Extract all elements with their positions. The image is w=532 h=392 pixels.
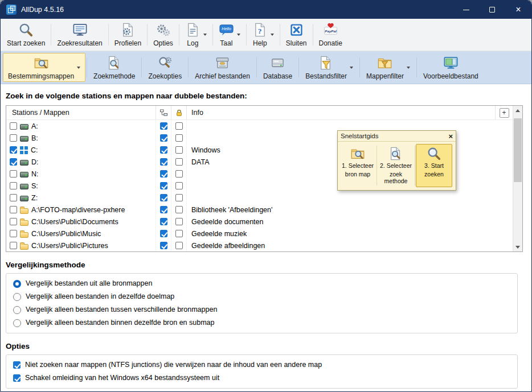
comparison-option[interactable]: Vergelijk alleen bestanden binnen dezelf…: [13, 319, 510, 327]
row-select-checkbox[interactable]: [10, 242, 17, 249]
row-recurse-checkbox[interactable]: [160, 206, 167, 213]
minimize-button[interactable]: [453, 1, 479, 19]
row-recurse-checkbox[interactable]: [160, 122, 167, 130]
row-recurse-checkbox[interactable]: [160, 182, 167, 189]
opties-button[interactable]: Opties: [149, 20, 178, 49]
row-recurse-checkbox[interactable]: [160, 170, 167, 178]
arrow-down-icon: [515, 246, 520, 249]
row-lock-checkbox[interactable]: [175, 170, 183, 178]
row-select-checkbox[interactable]: [10, 230, 17, 237]
column-header-info[interactable]: Info: [187, 106, 496, 119]
column-header-stations[interactable]: Stations / Mappen: [6, 106, 156, 119]
row-select-checkbox[interactable]: [10, 218, 17, 225]
donatie-button[interactable]: PayPal Donatie: [314, 20, 347, 49]
row-recurse-checkbox[interactable]: [160, 218, 167, 225]
radio-button[interactable]: [13, 280, 21, 288]
row-lock-checkbox[interactable]: [175, 182, 183, 189]
bestemmingsmappen-button[interactable]: Bestemmingsmappen: [3, 53, 85, 82]
search-icon: [18, 22, 34, 38]
add-column-button[interactable]: +: [500, 108, 509, 118]
search-settings-toolbar: Bestemmingsmappen Zoekmethode Zoekopties…: [1, 51, 531, 84]
maximize-button[interactable]: [479, 1, 505, 19]
row-lock-checkbox[interactable]: [175, 122, 183, 130]
chevron-down-icon: [77, 67, 80, 69]
sluiten-button[interactable]: Sluiten: [281, 20, 312, 49]
table-row[interactable]: Z:: [6, 192, 513, 204]
row-select-checkbox[interactable]: [10, 158, 17, 166]
row-select-checkbox[interactable]: [10, 194, 17, 201]
row-select-checkbox[interactable]: [10, 170, 17, 178]
row-select-checkbox[interactable]: [10, 182, 17, 189]
zoekresultaten-button[interactable]: Zoekresultaten: [52, 20, 107, 49]
log-button[interactable]: Log: [181, 20, 211, 49]
radio-button[interactable]: [13, 293, 21, 301]
option-checkbox-row[interactable]: Niet zoeken naar mappen (NTFS junctions)…: [13, 361, 510, 369]
zoekopties-button[interactable]: Zoekopties: [143, 53, 187, 82]
vertical-scrollbar[interactable]: [513, 106, 522, 251]
row-recurse-checkbox[interactable]: [160, 158, 167, 166]
database-label: Database: [263, 72, 292, 80]
svg-text:?: ?: [257, 27, 261, 35]
toolbar-separator: [147, 24, 148, 46]
scroll-down-button[interactable]: [513, 242, 522, 251]
toolbar-separator: [246, 24, 247, 46]
scrollbar-thumb[interactable]: [514, 118, 522, 182]
database-button[interactable]: Database: [258, 53, 297, 82]
quickstart-step-3[interactable]: 3. Start zoeken: [416, 144, 452, 187]
close-button[interactable]: ×: [505, 1, 531, 19]
profielen-button[interactable]: Profielen: [110, 20, 146, 49]
row-lock-checkbox[interactable]: [175, 218, 183, 225]
alldup-window: AllDup 4.5.16 × Start zoeken Zoekresulta…: [0, 0, 532, 392]
row-recurse-checkbox[interactable]: [160, 242, 167, 249]
zoekmethode-button[interactable]: Zoekmethode: [88, 53, 140, 82]
quickstart-close-button[interactable]: ×: [448, 133, 453, 140]
column-header-lock[interactable]: [171, 106, 187, 119]
taal-button[interactable]: Hello Taal: [214, 20, 245, 49]
voorbeeldbestand-button[interactable]: Voorbeeldbestand: [418, 53, 484, 82]
archief-bestanden-button[interactable]: Archief bestanden: [190, 53, 255, 82]
help-button[interactable]: ? Help: [248, 20, 279, 49]
row-select-checkbox[interactable]: [10, 134, 17, 142]
row-item-icon: [20, 196, 28, 201]
row-lock-checkbox[interactable]: [175, 134, 183, 142]
radio-button[interactable]: [13, 306, 21, 314]
row-lock-checkbox[interactable]: [175, 158, 183, 166]
column-header-recurse[interactable]: [156, 106, 171, 119]
table-row[interactable]: A:\FOTO-map\diverse-pxhere Bibliotheek '…: [6, 204, 513, 216]
comparison-option[interactable]: Vergelijk alleen bestanden in dezelfde d…: [13, 292, 510, 301]
row-select-checkbox[interactable]: [10, 122, 17, 130]
step-label-line2: bron map: [345, 171, 370, 178]
options-section-title: Opties: [6, 342, 526, 350]
row-lock-checkbox[interactable]: [175, 146, 183, 154]
option-checkbox-row[interactable]: Schakel omleiding van het Windows x64 be…: [13, 374, 510, 382]
bestandsfilter-button[interactable]: Bestandsfilter: [300, 53, 358, 82]
row-lock-checkbox[interactable]: [175, 206, 183, 213]
row-item-icon: [20, 220, 28, 226]
row-recurse-checkbox[interactable]: [160, 230, 167, 237]
row-recurse-checkbox[interactable]: [160, 134, 167, 142]
toolbar-separator: [280, 24, 280, 46]
quickstart-step-1[interactable]: 1. Selecteer bron map: [339, 144, 376, 187]
row-select-checkbox[interactable]: [10, 146, 17, 154]
option-label: Vergelijk alleen bestanden binnen dezelf…: [26, 319, 215, 327]
scroll-up-button[interactable]: [513, 106, 522, 115]
row-recurse-checkbox[interactable]: [160, 194, 167, 201]
mappenfilter-button[interactable]: Mappenfilter: [361, 53, 415, 82]
comparison-option[interactable]: Vergelijk alleen bestanden tussen versch…: [13, 306, 510, 314]
table-row[interactable]: C:\Users\Public\Pictures Gedeelde afbeel…: [6, 240, 513, 251]
row-select-checkbox[interactable]: [10, 206, 17, 213]
table-row[interactable]: C:\Users\Public\Documents Gedeelde docum…: [6, 216, 513, 228]
radio-button[interactable]: [13, 319, 21, 327]
row-lock-checkbox[interactable]: [175, 194, 183, 201]
row-lock-checkbox[interactable]: [175, 230, 183, 237]
comparison-option[interactable]: Vergelijk bestanden uit alle bronmappen: [13, 279, 510, 288]
quickstart-step-2[interactable]: 2. Selecteer zoek methode: [378, 144, 414, 187]
row-recurse-checkbox[interactable]: [160, 146, 167, 154]
option-checkbox[interactable]: [13, 374, 21, 382]
table-row[interactable]: C:\Users\Public\Music Gedeelde muziek: [6, 228, 513, 240]
file-filter-icon: [318, 55, 334, 71]
row-lock-checkbox[interactable]: [175, 242, 183, 249]
start-zoeken-button[interactable]: Start zoeken: [2, 20, 50, 49]
option-checkbox[interactable]: [13, 361, 21, 369]
zoekopties-label: Zoekopties: [148, 72, 182, 80]
